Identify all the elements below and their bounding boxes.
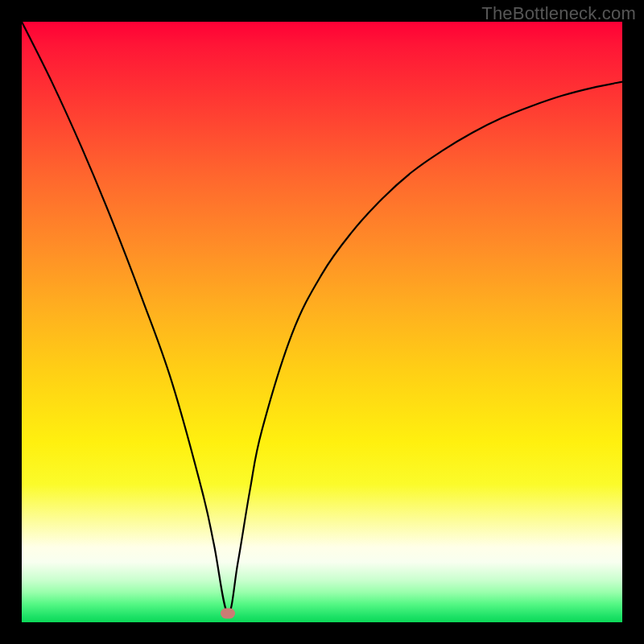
- bottleneck-curve: [22, 22, 622, 622]
- minimum-marker: [221, 609, 235, 619]
- watermark-text: TheBottleneck.com: [481, 3, 636, 24]
- chart-frame: [22, 22, 622, 622]
